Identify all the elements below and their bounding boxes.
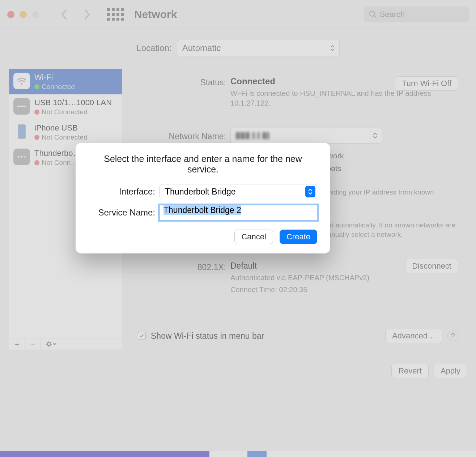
svg-line-19	[50, 342, 51, 343]
interface-value: Thunderbolt Bridge	[165, 187, 236, 197]
zoom-window[interactable]	[32, 11, 39, 18]
new-service-dialog: Select the interface and enter a name fo…	[76, 143, 330, 253]
sidebar-item-label: Thunderbo…	[34, 149, 81, 158]
chevron-updown-icon	[305, 186, 315, 197]
close-window[interactable]	[7, 11, 14, 18]
service-name-input[interactable]: Thunderbolt Bridge 2	[160, 205, 317, 220]
window-title: Network	[134, 8, 177, 21]
sidebar-item-label: Wi-Fi	[34, 73, 75, 82]
interface-select[interactable]: Thunderbolt Bridge	[160, 184, 317, 199]
dot1x-time: Connect Time: 02:20:35	[230, 285, 458, 295]
revert-button[interactable]: Revert	[391, 364, 429, 378]
svg-line-18	[47, 346, 47, 346]
create-button[interactable]: Create	[280, 230, 317, 244]
service-actions-menu[interactable]	[41, 338, 61, 350]
apply-button[interactable]: Apply	[434, 364, 467, 378]
svg-point-2	[21, 83, 23, 85]
advanced-button[interactable]: Advanced…	[385, 329, 442, 343]
service-name-label: Service Name:	[89, 208, 160, 218]
sidebar-item-iphone-usb[interactable]: iPhone USB Not Connected	[9, 120, 122, 145]
status-description: Wi-Fi is connected to HSU_INTERNAL and h…	[230, 89, 458, 108]
search-input[interactable]	[380, 10, 464, 19]
search-icon	[369, 10, 376, 18]
dialog-prompt: Select the interface and enter a name fo…	[89, 154, 317, 175]
cancel-button[interactable]: Cancel	[234, 230, 273, 244]
chevron-updown-icon	[373, 132, 378, 139]
wifi-icon	[13, 73, 30, 89]
minimize-window[interactable]	[20, 11, 27, 18]
status-dot-icon	[34, 110, 39, 115]
window-traffic-lights[interactable]	[7, 11, 39, 18]
iphone-icon	[13, 123, 30, 140]
sidebar-item-label: iPhone USB	[34, 123, 88, 133]
network-name-select[interactable]: ███ ▌▌█▌	[230, 128, 382, 144]
show-menu-label: Show Wi-Fi status in menu bar	[151, 331, 264, 341]
ethernet-icon	[13, 98, 30, 115]
network-name-label: Network Name:	[138, 130, 230, 141]
back-button[interactable]	[61, 9, 68, 20]
dot1x-auth: Authenticated via EAP-PEAP (MSCHAPv2)	[230, 273, 458, 283]
svg-point-11	[47, 343, 50, 346]
help-button[interactable]: ?	[447, 330, 458, 341]
search-field[interactable]	[364, 7, 469, 22]
service-name-value: Thunderbolt Bridge 2	[163, 205, 241, 215]
svg-line-16	[47, 342, 47, 343]
gear-icon	[46, 341, 52, 347]
chevron-updown-icon	[330, 44, 335, 52]
show-menu-checkbox[interactable]: ✓	[138, 332, 146, 340]
location-select[interactable]: Automatic	[177, 40, 340, 56]
sidebar-item-label: USB 10/1…1000 LAN	[34, 98, 112, 107]
wifi-toggle-button[interactable]: Turn Wi-Fi Off	[395, 76, 458, 91]
status-dot-icon	[34, 135, 39, 140]
disconnect-button[interactable]: Disconnect	[405, 259, 458, 273]
svg-point-0	[370, 11, 375, 16]
svg-line-17	[50, 346, 51, 346]
forward-button[interactable]	[83, 9, 90, 20]
status-dot-icon	[34, 160, 39, 165]
add-service-button[interactable]: ＋	[9, 338, 25, 350]
status-label: Status:	[138, 76, 230, 87]
sidebar-item-usb-lan[interactable]: USB 10/1…1000 LAN Not Connected	[9, 94, 122, 120]
dot1x-label: 802.1X:	[138, 261, 230, 272]
location-label: Location:	[136, 43, 171, 53]
remove-service-button[interactable]: −	[25, 338, 41, 350]
status-dot-icon	[34, 84, 39, 89]
location-value: Automatic	[182, 43, 221, 53]
ethernet-icon	[13, 149, 30, 165]
dock-strip	[0, 451, 476, 457]
interface-label: Interface:	[89, 187, 160, 197]
chevron-down-icon	[53, 343, 56, 346]
network-name-value: ███ ▌▌█▌	[236, 132, 272, 139]
all-preferences-icon[interactable]	[107, 8, 124, 21]
svg-line-1	[374, 16, 376, 18]
sidebar-item-wifi[interactable]: Wi-Fi Connected	[9, 69, 122, 94]
